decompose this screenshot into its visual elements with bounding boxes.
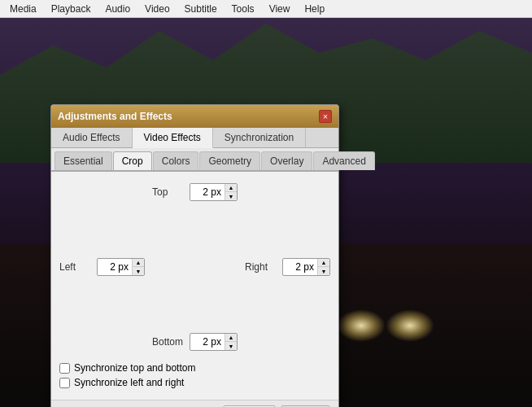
top-spinbox-buttons: ▲ ▼ [225, 184, 237, 200]
sync-top-bottom-label[interactable]: Synchronize top and bottom [59, 362, 330, 374]
bottom-spinbox-group: Bottom ▲ ▼ [152, 333, 238, 351]
right-input[interactable] [283, 260, 317, 274]
right-decrement-button[interactable]: ▼ [318, 267, 329, 275]
sync-top-bottom-text: Synchronize top and bottom [74, 362, 195, 374]
menu-help[interactable]: Help [298, 2, 331, 16]
menu-media[interactable]: Media [3, 2, 43, 16]
sub-tabs: Essential Crop Colors Geometry Overlay A… [51, 148, 338, 172]
subtab-colors[interactable]: Colors [153, 151, 199, 170]
dialog-title: Adjustments and Effects [58, 111, 172, 122]
dialog-close-button[interactable]: × [319, 110, 332, 123]
menu-tools[interactable]: Tools [225, 2, 261, 16]
left-spinbox-buttons: ▲ ▼ [132, 259, 144, 275]
bottom-spinbox: ▲ ▼ [190, 333, 238, 351]
adjustments-dialog: Adjustments and Effects × Audio Effects … [50, 104, 339, 407]
subtab-advanced[interactable]: Advanced [313, 151, 374, 170]
menu-playback[interactable]: Playback [45, 2, 98, 16]
bottom-spinbox-buttons: ▲ ▼ [225, 334, 237, 350]
sync-top-bottom-checkbox[interactable] [59, 363, 70, 374]
left-input[interactable] [98, 260, 132, 274]
bottom-label: Bottom [152, 336, 185, 348]
middle-row: Left ▲ ▼ Right ▲ ▼ [59, 258, 330, 276]
dialog-titlebar: Adjustments and Effects × [51, 105, 338, 128]
right-spinbox-group: Right ▲ ▼ [245, 258, 330, 276]
top-spinbox-group: Top ▲ ▼ [152, 183, 238, 201]
left-spinbox: ▲ ▼ [97, 258, 145, 276]
right-spinbox-buttons: ▲ ▼ [317, 259, 329, 275]
menubar: Media Playback Audio Video Subtitle Tool… [0, 0, 532, 18]
menu-subtitle[interactable]: Subtitle [178, 2, 224, 16]
sync-left-right-text: Synchronize left and right [74, 377, 184, 388]
tab-audio-effects[interactable]: Audio Effects [51, 128, 133, 147]
sync-options: Synchronize top and bottom Synchronize l… [59, 359, 330, 392]
tab-synchronization[interactable]: Synchronization [213, 128, 306, 147]
crop-content: Top ▲ ▼ Left ▲ ▼ [51, 172, 338, 400]
left-label: Left [59, 261, 92, 273]
subtab-essential[interactable]: Essential [55, 151, 112, 170]
subtab-geometry[interactable]: Geometry [199, 151, 260, 170]
bottom-increment-button[interactable]: ▲ [225, 334, 237, 342]
sync-left-right-label[interactable]: Synchronize left and right [59, 377, 330, 388]
menu-audio[interactable]: Audio [98, 2, 137, 16]
bottom-decrement-button[interactable]: ▼ [225, 342, 237, 350]
left-spinbox-group: Left ▲ ▼ [59, 258, 145, 276]
top-decrement-button[interactable]: ▼ [225, 192, 237, 200]
top-increment-button[interactable]: ▲ [225, 184, 237, 192]
bottom-input[interactable] [190, 335, 225, 349]
headlight-right [386, 309, 434, 342]
top-row: Top ▲ ▼ [59, 183, 330, 201]
bottom-row: Bottom ▲ ▼ [59, 333, 330, 351]
dialog-footer: Close Save [51, 400, 338, 407]
top-input[interactable] [190, 185, 225, 199]
main-tabs: Audio Effects Video Effects Synchronizat… [51, 128, 338, 148]
subtab-crop[interactable]: Crop [113, 151, 152, 170]
right-increment-button[interactable]: ▲ [318, 259, 329, 267]
headlight-left [337, 309, 386, 342]
menu-video[interactable]: Video [138, 2, 176, 16]
subtab-overlay[interactable]: Overlay [261, 151, 312, 170]
top-label: Top [152, 186, 185, 198]
right-spinbox: ▲ ▼ [282, 258, 330, 276]
right-label: Right [245, 261, 277, 273]
tab-video-effects[interactable]: Video Effects [133, 128, 213, 148]
left-increment-button[interactable]: ▲ [133, 259, 144, 267]
sync-left-right-checkbox[interactable] [59, 378, 70, 388]
menu-view[interactable]: View [263, 2, 297, 16]
left-decrement-button[interactable]: ▼ [133, 267, 144, 275]
top-spinbox: ▲ ▼ [190, 183, 238, 201]
